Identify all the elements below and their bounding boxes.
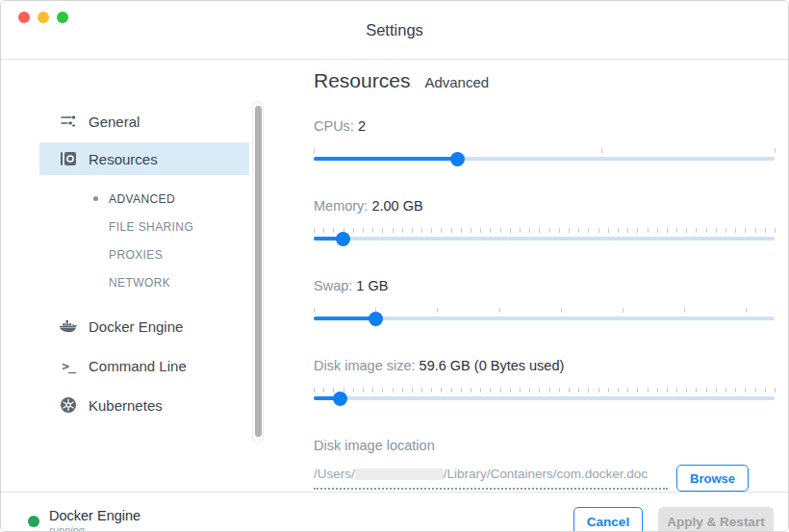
sidebar-subitem-network[interactable]: NETWORK xyxy=(39,268,249,296)
memory-setting: Memory: 2.00 GB xyxy=(314,198,775,247)
sidebar-item-label: Resources xyxy=(89,151,158,167)
kubernetes-icon xyxy=(59,395,78,415)
sidebar-item-label: Kubernetes xyxy=(89,397,163,414)
sidebar: General Resources ADVANCED FILE xyxy=(1,60,280,492)
sidebar-subitem-proxies[interactable]: PROXIES xyxy=(39,241,249,268)
memory-label: Memory: 2.00 GB xyxy=(314,198,775,214)
sidebar-subitem-file-sharing[interactable]: FILE SHARING xyxy=(39,213,249,241)
titlebar: Settings xyxy=(1,1,788,60)
sidebar-item-label: General xyxy=(89,114,140,130)
slider-thumb[interactable] xyxy=(369,312,383,326)
slider-thumb[interactable] xyxy=(333,392,347,406)
resources-icon xyxy=(59,149,78,168)
browse-button[interactable]: Browse xyxy=(676,465,749,492)
sidebar-subitem-label: NETWORK xyxy=(109,276,170,290)
swap-setting: Swap: 1 GB xyxy=(314,278,775,327)
disk-location-setting: Disk image location /Users//Library/Cont… xyxy=(314,438,775,492)
disk-size-label: Disk image size: 59.6 GB (0 Bytes used) xyxy=(314,358,775,373)
disk-location-input[interactable]: /Users//Library/Containers/com.docker.do… xyxy=(314,467,668,490)
page-subtitle: Advanced xyxy=(424,74,489,90)
sidebar-item-command-line[interactable]: >_ Command Line xyxy=(39,349,249,382)
sidebar-item-docker-engine[interactable]: Docker Engine xyxy=(39,310,249,342)
page-title: Resources xyxy=(314,69,410,92)
sidebar-item-label: Docker Engine xyxy=(89,318,183,335)
status-name: Docker Engine xyxy=(49,508,140,524)
active-bullet-icon xyxy=(93,196,98,201)
disk-location-label: Disk image location xyxy=(314,438,775,453)
whale-icon xyxy=(59,317,78,336)
sidebar-item-label: Command Line xyxy=(89,358,187,374)
cancel-button[interactable]: Cancel xyxy=(573,507,643,532)
cpu-slider[interactable] xyxy=(314,146,775,167)
cpu-label: CPUs: 2 xyxy=(314,118,775,134)
disk-size-setting: Disk image size: 59.6 GB (0 Bytes used) xyxy=(314,358,775,407)
redacted-username xyxy=(355,469,444,480)
scrollbar-thumb[interactable] xyxy=(255,106,262,437)
sidebar-item-kubernetes[interactable]: Kubernetes xyxy=(39,389,249,421)
sidebar-subitem-label: FILE SHARING xyxy=(109,220,193,234)
sidebar-subitem-label: ADVANCED xyxy=(109,192,175,206)
engine-status: Docker Engine running xyxy=(28,508,140,532)
sidebar-subitem-label: PROXIES xyxy=(109,248,163,262)
sidebar-scrollbar[interactable] xyxy=(252,101,264,443)
sidebar-item-general[interactable]: General xyxy=(39,105,249,138)
sidebar-subitem-advanced[interactable]: ADVANCED xyxy=(39,185,249,213)
slider-thumb[interactable] xyxy=(336,232,350,246)
sliders-icon xyxy=(59,112,78,131)
memory-slider[interactable] xyxy=(314,226,775,247)
disk-size-slider[interactable] xyxy=(314,386,775,407)
slider-thumb[interactable] xyxy=(450,152,465,166)
terminal-icon: >_ xyxy=(59,356,78,375)
swap-label: Swap: 1 GB xyxy=(314,278,775,293)
cpu-setting: CPUs: 2 xyxy=(314,118,775,167)
resources-panel: Resources Advanced CPUs: 2 Memory: 2.00 … xyxy=(280,60,788,492)
status-dot-icon xyxy=(28,516,39,527)
swap-slider[interactable] xyxy=(314,306,775,327)
apply-restart-button[interactable]: Apply & Restart xyxy=(658,507,774,532)
settings-window: Settings General xyxy=(0,0,789,532)
status-state: running xyxy=(49,524,140,532)
window-title: Settings xyxy=(1,21,788,39)
footer: Docker Engine running Cancel Apply & Res… xyxy=(1,492,788,532)
sidebar-item-resources[interactable]: Resources xyxy=(39,142,249,175)
